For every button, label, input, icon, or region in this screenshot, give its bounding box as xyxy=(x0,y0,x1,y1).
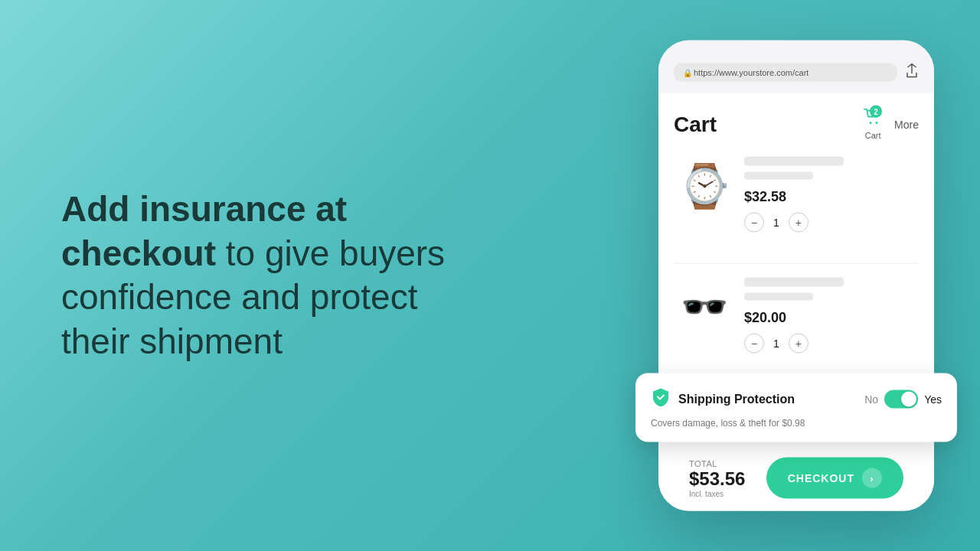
sunglasses-icon: 🕶️ xyxy=(681,288,728,326)
item-name-placeholder-short-2 xyxy=(744,293,813,301)
share-icon[interactable] xyxy=(905,64,919,82)
total-incl-taxes: Incl. taxes xyxy=(689,489,745,497)
quantity-control-1: − 1 + xyxy=(744,213,919,233)
sp-toggle[interactable] xyxy=(884,390,918,409)
quantity-control-2: − 1 + xyxy=(744,334,919,354)
item-image-2: 🕶️ xyxy=(674,276,735,337)
total-label: TOTAL xyxy=(689,458,745,468)
cart-nav-item[interactable]: 2 Cart xyxy=(864,109,882,140)
increase-qty-1[interactable]: + xyxy=(789,213,808,233)
decrease-qty-2[interactable]: − xyxy=(744,334,764,354)
hero-line2-rest: to give buyers xyxy=(216,233,445,273)
cart-nav-label: Cart xyxy=(865,131,881,140)
sp-description: Covers damage, loss & theft for $0.98 xyxy=(651,418,942,429)
item-price-2: $20.00 xyxy=(744,310,919,326)
cart-badge: 2 xyxy=(870,106,882,118)
sp-yes-label: Yes xyxy=(924,393,942,406)
item-details-2: $20.00 − 1 + xyxy=(744,276,919,354)
shipping-protection-card: Shipping Protection No Yes Covers damage… xyxy=(635,373,957,442)
watch-icon: ⌚ xyxy=(678,165,731,207)
qty-value-2: 1 xyxy=(773,337,779,350)
cart-title: Cart xyxy=(674,112,717,136)
hero-line4: their shipment xyxy=(61,321,283,361)
item-price-1: $32.58 xyxy=(744,189,919,205)
url-text: https://www.yourstore.com/cart xyxy=(694,68,808,77)
decrease-qty-1[interactable]: − xyxy=(744,213,764,233)
hero-section: Add insurance at checkout to give buyers… xyxy=(0,142,521,409)
cart-header: Cart 2 Cart More xyxy=(674,109,919,140)
hero-text: Add insurance at checkout to give buyers… xyxy=(61,187,475,364)
cart-content: Cart 2 Cart More xyxy=(658,93,934,511)
lock-icon: 🔒 xyxy=(683,69,689,77)
sp-no-label: No xyxy=(864,393,878,406)
svg-point-0 xyxy=(870,122,872,124)
checkout-label: CHECKOUT xyxy=(788,472,854,484)
item-divider xyxy=(674,263,919,264)
shield-icon xyxy=(651,387,671,412)
checkout-button[interactable]: CHECKOUT › xyxy=(766,458,903,499)
svg-point-1 xyxy=(876,122,878,124)
cart-item-2: 🕶️ $20.00 − 1 + xyxy=(674,276,919,369)
sp-title: Shipping Protection xyxy=(678,393,795,406)
hero-line3: confidence and protect xyxy=(61,277,417,317)
qty-value-1: 1 xyxy=(773,217,779,229)
hero-bold-checkout: checkout xyxy=(61,233,216,273)
total-amount: $53.56 xyxy=(689,468,745,489)
toggle-knob xyxy=(901,392,916,407)
item-name-placeholder-2 xyxy=(744,278,844,287)
cart-footer: TOTAL $53.56 Incl. taxes CHECKOUT › xyxy=(674,445,919,511)
increase-qty-2[interactable]: + xyxy=(789,334,808,354)
checkout-arrow-icon: › xyxy=(862,468,882,488)
total-section: TOTAL $53.56 Incl. taxes xyxy=(689,458,745,497)
item-name-placeholder-short-1 xyxy=(744,172,813,180)
sp-header: Shipping Protection No Yes xyxy=(651,387,942,412)
sp-left: Shipping Protection xyxy=(651,387,795,412)
more-label[interactable]: More xyxy=(894,118,919,130)
hero-line1: Add insurance at xyxy=(61,189,347,229)
sp-toggle-area: No Yes xyxy=(864,390,942,409)
phone-mockup: 🔒 https://www.yourstore.com/cart Cart 2 xyxy=(658,41,934,511)
item-image-1: ⌚ xyxy=(674,155,735,217)
cart-item-1: ⌚ $32.58 − 1 + xyxy=(674,155,919,248)
item-details-1: $32.58 − 1 + xyxy=(744,155,919,233)
cart-nav: 2 Cart More xyxy=(864,109,919,140)
browser-bar: 🔒 https://www.yourstore.com/cart xyxy=(658,56,934,93)
url-bar[interactable]: 🔒 https://www.yourstore.com/cart xyxy=(674,64,897,82)
item-name-placeholder-1 xyxy=(744,157,844,166)
